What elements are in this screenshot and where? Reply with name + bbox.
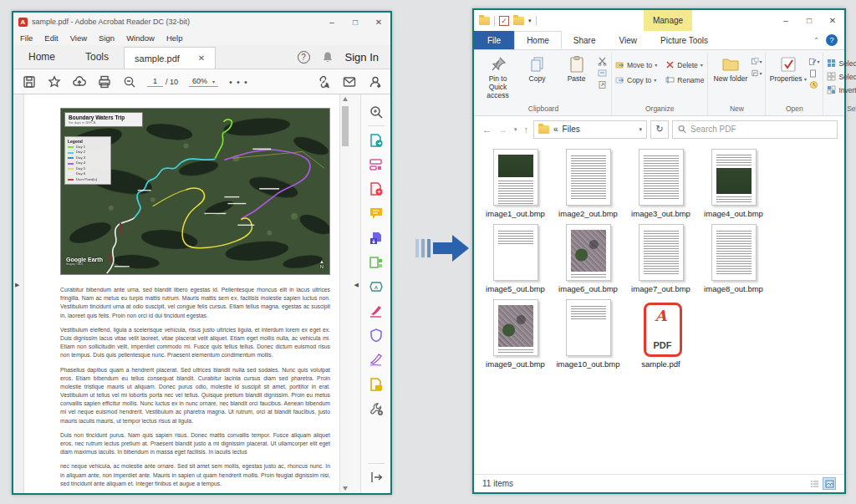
- combine-files-icon[interactable]: [368, 230, 385, 247]
- email-icon[interactable]: [342, 74, 356, 89]
- pdf-document-page[interactable]: Boundary Waters Trip Six days in BWCA Le…: [24, 94, 339, 493]
- properties-quick-icon[interactable]: ✓: [499, 16, 509, 26]
- menu-item[interactable]: View: [70, 33, 87, 43]
- tab-picture-tools[interactable]: Picture Tools: [649, 31, 720, 49]
- scroll-down-icon[interactable]: [343, 486, 348, 491]
- tab-home[interactable]: Home: [514, 31, 562, 49]
- help-icon[interactable]: ?: [298, 51, 310, 64]
- collapse-tools-pane-icon[interactable]: ◀: [354, 282, 359, 288]
- page-indicator[interactable]: 1 / 10: [147, 76, 178, 87]
- new-folder-quick-icon[interactable]: [513, 17, 524, 25]
- search-tools-icon[interactable]: [368, 104, 385, 120]
- up-icon[interactable]: ↑: [522, 125, 531, 135]
- manage-ribbon-context[interactable]: Manage: [644, 10, 692, 31]
- zoom-level-dropdown[interactable]: 60% ▾: [189, 76, 218, 87]
- star-favorite-icon[interactable]: [47, 74, 61, 89]
- tab-document[interactable]: sample.pdf ✕: [124, 47, 216, 69]
- edit-pdf-icon[interactable]: [368, 156, 385, 173]
- edit-file-icon[interactable]: ▾: [808, 57, 819, 66]
- history-icon[interactable]: [808, 69, 819, 78]
- file-item[interactable]: image1_out.bmp: [479, 149, 552, 219]
- maximize-button[interactable]: □: [344, 13, 367, 31]
- file-item[interactable]: sample.pdf: [624, 299, 697, 369]
- create-pdf-icon[interactable]: [368, 181, 385, 197]
- menu-item[interactable]: Window: [126, 33, 155, 43]
- expand-nav-pane-icon[interactable]: ▶: [15, 282, 19, 288]
- move-to-button[interactable]: Move to▾: [615, 60, 657, 69]
- open-with-icon[interactable]: [808, 80, 819, 89]
- customize-toolbar-caret-icon[interactable]: ▾: [528, 18, 532, 24]
- breadcrumb[interactable]: « Files ▾: [533, 120, 647, 139]
- menu-item[interactable]: Edit: [44, 33, 58, 43]
- forward-icon[interactable]: →: [497, 125, 509, 135]
- search-input[interactable]: [690, 125, 832, 134]
- copy-button[interactable]: Copy: [518, 53, 556, 84]
- menu-item[interactable]: File: [20, 33, 33, 43]
- pin-to-quick-access-button[interactable]: Pin to Quick access: [479, 53, 517, 99]
- more-tools-icon[interactable]: • • •: [229, 77, 248, 87]
- fill-and-sign-icon[interactable]: [368, 303, 385, 319]
- tab-tools[interactable]: Tools: [70, 44, 124, 69]
- delete-button[interactable]: Delete▾: [665, 60, 704, 69]
- breadcrumb-folder[interactable]: Files: [563, 125, 580, 134]
- paste-shortcut-icon[interactable]: [597, 80, 608, 89]
- zoom-out-icon[interactable]: [122, 74, 136, 89]
- recent-locations-caret-icon[interactable]: ▾: [512, 126, 519, 133]
- tab-home[interactable]: Home: [13, 44, 70, 69]
- more-tools-icon[interactable]: [368, 400, 385, 417]
- menu-item[interactable]: Sign: [99, 33, 115, 43]
- organize-pages-icon[interactable]: [368, 254, 385, 271]
- rename-button[interactable]: Rename: [665, 75, 704, 84]
- cut-icon[interactable]: [597, 57, 608, 66]
- stamp-icon[interactable]: [368, 376, 385, 393]
- scroll-up-icon[interactable]: [343, 97, 348, 101]
- file-item[interactable]: image2_out.bmp: [552, 149, 624, 219]
- invert-selection-button[interactable]: Invert selection: [827, 85, 856, 94]
- file-item[interactable]: image3_out.bmp: [624, 149, 697, 219]
- collapse-panel-icon[interactable]: [368, 469, 385, 486]
- notifications-bell-icon[interactable]: [322, 51, 334, 64]
- easy-access-icon[interactable]: ▾: [751, 69, 762, 78]
- maximize-button[interactable]: □: [797, 10, 821, 31]
- sign-in-button[interactable]: Sign In: [345, 51, 379, 64]
- certificates-icon[interactable]: [368, 351, 385, 368]
- save-icon[interactable]: [22, 74, 36, 89]
- protect-icon[interactable]: [368, 327, 385, 344]
- copy-path-icon[interactable]: [597, 69, 608, 78]
- tab-view[interactable]: View: [608, 31, 650, 49]
- menu-item[interactable]: Help: [166, 33, 183, 43]
- file-item[interactable]: image7_out.bmp: [624, 224, 697, 294]
- file-item[interactable]: image8_out.bmp: [697, 224, 770, 294]
- cloud-upload-icon[interactable]: [72, 74, 86, 89]
- close-document-icon[interactable]: ✕: [198, 53, 205, 63]
- vertical-scrollbar[interactable]: [339, 94, 350, 493]
- new-folder-button[interactable]: New folder: [711, 53, 749, 84]
- scrollbar-thumb[interactable]: [342, 106, 349, 146]
- print-icon[interactable]: [97, 74, 111, 89]
- select-none-button[interactable]: Select none: [827, 72, 856, 81]
- file-item[interactable]: image5_out.bmp: [479, 224, 552, 294]
- new-item-icon[interactable]: ▾: [751, 57, 762, 66]
- minimize-button[interactable]: –: [320, 13, 344, 31]
- close-button[interactable]: ✕: [367, 13, 390, 31]
- properties-button[interactable]: Properties ▾: [769, 53, 807, 84]
- close-button[interactable]: ✕: [821, 10, 844, 31]
- refresh-icon[interactable]: ↻: [650, 120, 669, 139]
- export-pdf-icon[interactable]: [368, 132, 385, 149]
- back-icon[interactable]: ←: [481, 125, 493, 135]
- minimize-button[interactable]: –: [774, 10, 797, 31]
- compress-pdf-icon[interactable]: A: [368, 278, 385, 295]
- tab-file[interactable]: File: [474, 31, 514, 49]
- thumbnail-view-icon[interactable]: [823, 477, 836, 490]
- details-view-icon[interactable]: [808, 477, 821, 490]
- breadcrumb-caret-icon[interactable]: ▾: [639, 126, 642, 133]
- current-page-field[interactable]: 1: [147, 76, 163, 87]
- file-item[interactable]: image10_out.bmp: [552, 299, 624, 369]
- file-item[interactable]: image4_out.bmp: [697, 149, 770, 219]
- search-box[interactable]: [672, 120, 838, 139]
- file-item[interactable]: image6_out.bmp: [552, 224, 624, 294]
- paste-button[interactable]: Paste: [558, 53, 595, 84]
- help-icon[interactable]: ?: [826, 34, 838, 46]
- tab-share[interactable]: Share: [562, 31, 608, 49]
- comment-icon[interactable]: [368, 205, 385, 221]
